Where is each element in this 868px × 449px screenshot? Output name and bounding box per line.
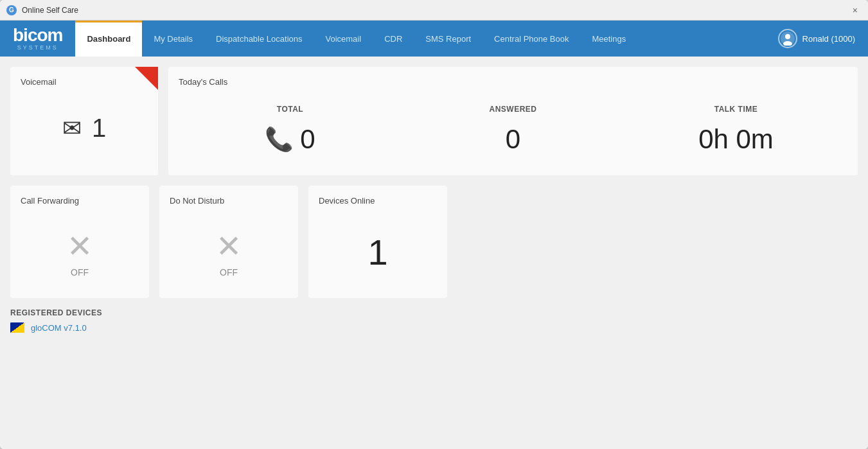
dnd-title: Do Not Disturb (170, 196, 288, 206)
mail-icon: ✉ (62, 115, 82, 142)
do-not-disturb-card: Do Not Disturb ✕ OFF (159, 186, 298, 298)
total-calls-value: 📞 0 (179, 124, 402, 155)
calls-stats-grid: TOTAL 📞 0 ANSWERED 0 TALK TIME 0h 0m (179, 94, 847, 165)
tab-cdr[interactable]: CDR (373, 21, 414, 57)
calls-card-title: Today's Calls (179, 77, 847, 87)
voicemail-title: Voicemail (21, 77, 148, 87)
device-item: gloCOM v7.1.0 (10, 322, 858, 333)
user-name: Ronald (1000) (802, 34, 855, 44)
tab-meetings[interactable]: Meetings (580, 21, 637, 57)
call-forwarding-body: ✕ OFF (21, 221, 139, 288)
voicemail-count: 1 (92, 114, 106, 143)
registered-devices-title: REGISTERED DEVICES (10, 308, 858, 317)
device-name: gloCOM v7.1.0 (31, 323, 87, 333)
title-bar: G Online Self Care × (0, 0, 868, 21)
app-icon: G (6, 5, 17, 15)
total-count: 0 (300, 124, 315, 155)
window-title: Online Self Care (22, 6, 849, 15)
brand-sub: SYSTEMS (13, 44, 62, 51)
logo: bicom SYSTEMS (0, 21, 75, 57)
todays-calls-card: Today's Calls TOTAL 📞 0 ANSWERED 0 (168, 67, 858, 175)
tab-central-phone-book[interactable]: Central Phone Book (483, 21, 580, 57)
devices-online-title: Devices Online (319, 196, 437, 206)
top-cards-row: Voicemail ✉ 1 Today's Calls TOTAL 📞 0 (10, 67, 858, 175)
tab-dashboard[interactable]: Dashboard (75, 21, 142, 57)
bottom-cards-row: Call Forwarding ✕ OFF Do Not Disturb ✕ O… (10, 186, 858, 298)
total-calls-label: TOTAL (179, 105, 402, 114)
phone-icon: 📞 (265, 126, 294, 153)
talk-time-value: 0h 0m (624, 124, 847, 155)
tab-my-details[interactable]: My Details (142, 21, 204, 57)
user-menu[interactable]: Ronald (1000) (765, 21, 868, 57)
svg-point-1 (785, 34, 790, 39)
main-content: Voicemail ✉ 1 Today's Calls TOTAL 📞 0 (0, 57, 868, 449)
answered-value: 0 (402, 124, 624, 155)
call-forwarding-title: Call Forwarding (21, 196, 139, 206)
brand-name: bicom (13, 25, 62, 45)
logo-brand: bicom SYSTEMS (13, 26, 62, 51)
device-flag (10, 322, 24, 333)
devices-count: 1 (368, 231, 387, 273)
voicemail-card: Voicemail ✉ 1 (10, 67, 158, 175)
call-forwarding-status: OFF (71, 267, 89, 277)
registered-devices-section: REGISTERED DEVICES gloCOM v7.1.0 (10, 308, 858, 333)
app-window: G Online Self Care × bicom SYSTEMS Dashb… (0, 0, 868, 449)
nav-tabs: Dashboard My Details Dispatchable Locati… (75, 21, 765, 57)
dnd-body: ✕ OFF (170, 221, 288, 288)
voicemail-corner-decoration (135, 67, 158, 90)
talk-time-label: TALK TIME (624, 105, 847, 114)
navbar: bicom SYSTEMS Dashboard My Details Dispa… (0, 21, 868, 57)
answered-label: ANSWERED (402, 105, 624, 114)
call-forwarding-card: Call Forwarding ✕ OFF (10, 186, 149, 298)
tab-voicemail[interactable]: Voicemail (314, 21, 373, 57)
user-avatar (778, 29, 797, 48)
dnd-off-icon: ✕ (216, 231, 242, 262)
devices-online-card: Devices Online 1 (308, 186, 447, 298)
talk-time-stat: TALK TIME 0h 0m (624, 105, 847, 155)
total-calls-stat: TOTAL 📞 0 (179, 105, 402, 155)
tab-dispatchable-locations[interactable]: Dispatchable Locations (204, 21, 314, 57)
tab-sms-report[interactable]: SMS Report (414, 21, 483, 57)
close-button[interactable]: × (849, 4, 862, 17)
answered-calls-stat: ANSWERED 0 (402, 105, 624, 155)
devices-online-body: 1 (319, 221, 437, 283)
dnd-status: OFF (220, 267, 238, 277)
call-forwarding-off-icon: ✕ (67, 231, 93, 262)
voicemail-body: ✉ 1 (21, 94, 148, 153)
